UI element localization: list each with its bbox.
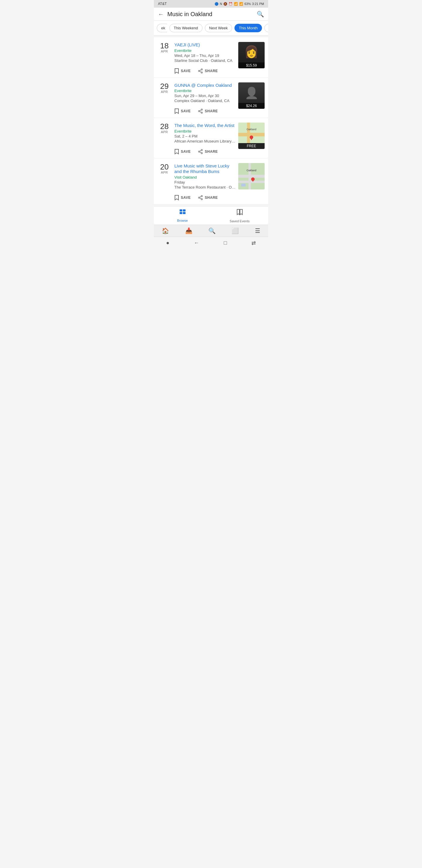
silent-icon: 🔕 xyxy=(223,2,227,6)
bookmark-icon-music-word xyxy=(174,149,179,155)
save-button-steve-lucky[interactable]: SAVE xyxy=(174,195,191,200)
share-button-music-word[interactable]: SHARE xyxy=(198,149,218,154)
event-month-steve-lucky: APR xyxy=(157,170,171,174)
wifi-icon: 📶 xyxy=(234,2,238,6)
event-title-music-word[interactable]: The Music, the Word, the Artist xyxy=(174,123,236,128)
search-browser-button[interactable]: 🔍 xyxy=(208,227,216,234)
event-title-steve-lucky[interactable]: Live Music with Steve Lucky and the Rhum… xyxy=(174,163,236,175)
notifications-button[interactable]: 📥 xyxy=(185,227,193,234)
save-button-yaeji[interactable]: SAVE xyxy=(174,68,191,74)
search-button[interactable]: 🔍 xyxy=(257,10,264,18)
map-preview-steve-lucky: Oakland xyxy=(238,163,265,189)
event-image-gunna[interactable]: $24.26 xyxy=(238,83,265,109)
svg-rect-35 xyxy=(183,209,186,211)
event-price-music-word: FREE xyxy=(238,143,265,149)
share-label-gunna: SHARE xyxy=(205,109,218,113)
event-source-yaeji: Eventbrite xyxy=(174,49,236,53)
svg-point-1 xyxy=(198,70,200,71)
svg-point-0 xyxy=(201,69,202,70)
event-day-music-word: 28 xyxy=(157,123,171,130)
save-button-gunna[interactable]: SAVE xyxy=(174,108,191,114)
save-label-yaeji: SAVE xyxy=(181,69,191,73)
event-month-yaeji: APR xyxy=(157,50,171,53)
carrier-label: AT&T xyxy=(158,2,167,6)
browser-nav: 🏠 📥 🔍 ⬜ ☰ xyxy=(154,225,268,237)
bookmark-icon-yaeji xyxy=(174,68,179,74)
browse-grid-icon xyxy=(179,209,186,216)
filter-tab-this-weekend[interactable]: This Weekend xyxy=(169,24,202,32)
svg-line-13 xyxy=(200,152,201,153)
event-item-gunna[interactable]: 29 APR GUNNA @ Complex Oakland Eventbrit… xyxy=(154,78,268,118)
svg-point-11 xyxy=(198,151,200,152)
save-button-music-word[interactable]: SAVE xyxy=(174,149,191,155)
save-label-gunna: SAVE xyxy=(181,109,191,113)
android-recents-button[interactable]: ⇄ xyxy=(252,240,256,246)
share-icon-yaeji xyxy=(198,68,203,73)
event-item-steve-lucky[interactable]: 20 APR Live Music with Steve Lucky and t… xyxy=(154,158,268,205)
svg-point-22 xyxy=(198,197,200,198)
tabs-button[interactable]: ⬜ xyxy=(231,227,239,234)
bluetooth-icon: 🔵 xyxy=(215,2,219,6)
time-label: 3:21 PM xyxy=(252,2,264,6)
tab-saved-events[interactable]: Saved Events xyxy=(211,209,268,223)
svg-rect-34 xyxy=(180,209,182,211)
share-button-steve-lucky[interactable]: SHARE xyxy=(198,195,218,200)
event-price-gunna: $24.26 xyxy=(238,103,265,109)
event-price-yaeji: $15.59 xyxy=(238,62,265,68)
event-actions-gunna: SAVE SHARE xyxy=(174,106,236,118)
svg-point-6 xyxy=(198,111,200,112)
event-venue-steve-lucky: The Terrace Room Restaurant · Oakland… xyxy=(174,185,236,189)
event-image-steve-lucky[interactable]: Oakland xyxy=(238,163,265,189)
event-source-music-word: Eventbrite xyxy=(174,129,236,133)
events-list: 18 APR YAEJI (LIVE) Eventbrite Wed, Apr … xyxy=(154,37,268,205)
bottom-tabs: Browse Saved Events xyxy=(154,206,268,225)
status-icons: 🔵 N 🔕 ⏰ 📶 📶 63% 3:21 PM xyxy=(215,2,264,6)
share-icon-music-word xyxy=(198,149,203,154)
filter-tab-next-month[interactable]: Next Month xyxy=(264,24,268,32)
event-title-yaeji[interactable]: YAEJI (LIVE) xyxy=(174,42,236,48)
svg-text:Oakland: Oakland xyxy=(247,169,256,172)
browse-tab-label: Browse xyxy=(177,219,188,222)
share-button-gunna[interactable]: SHARE xyxy=(198,108,218,114)
back-button[interactable]: ← xyxy=(158,11,164,18)
network-icon: N xyxy=(220,2,222,6)
filter-tab-next-week[interactable]: Next Week xyxy=(205,24,232,32)
event-source-gunna: Eventbrite xyxy=(174,89,236,93)
menu-button[interactable]: ☰ xyxy=(255,227,260,234)
svg-line-9 xyxy=(200,110,201,111)
android-home-button[interactable]: □ xyxy=(224,240,227,246)
event-venue-gunna: Complex Oakland · Oakland, CA xyxy=(174,98,236,103)
event-time-steve-lucky: Friday xyxy=(174,180,236,184)
svg-rect-36 xyxy=(180,212,182,214)
event-date-yaeji: 18 APR xyxy=(157,42,171,53)
event-item-music-word[interactable]: 28 APR The Music, the Word, the Artist E… xyxy=(154,118,268,158)
svg-text:Oakland: Oakland xyxy=(247,128,256,131)
event-image-music-word[interactable]: Oakland FREE xyxy=(238,123,265,149)
event-content-steve-lucky: Live Music with Steve Lucky and the Rhum… xyxy=(174,163,236,204)
event-item-yaeji[interactable]: 18 APR YAEJI (LIVE) Eventbrite Wed, Apr … xyxy=(154,37,268,78)
bookmark-icon-steve-lucky xyxy=(174,195,179,200)
bookmark-icon-gunna xyxy=(174,108,179,114)
event-image-yaeji[interactable]: $15.59 xyxy=(238,42,265,68)
event-time-music-word: Sat, 2 – 4 PM xyxy=(174,134,236,138)
share-icon-gunna xyxy=(198,108,203,114)
svg-point-7 xyxy=(201,112,202,114)
svg-rect-27 xyxy=(238,175,265,178)
svg-line-14 xyxy=(200,150,201,151)
android-dot-button[interactable]: ● xyxy=(166,240,169,246)
save-label-music-word: SAVE xyxy=(181,150,191,154)
svg-rect-37 xyxy=(183,212,186,214)
tab-browse[interactable]: Browse xyxy=(154,209,211,223)
map-svg-steve-lucky: Oakland xyxy=(238,163,265,189)
share-label-yaeji: SHARE xyxy=(205,69,218,73)
svg-line-25 xyxy=(200,196,201,197)
event-venue-music-word: African American Museum Library At O… xyxy=(174,139,236,144)
android-back-button[interactable]: ← xyxy=(194,240,199,246)
share-button-yaeji[interactable]: SHARE xyxy=(198,68,218,73)
home-button[interactable]: 🏠 xyxy=(162,227,169,234)
event-source-steve-lucky: Visit Oakland xyxy=(174,175,236,180)
map-preview-music-word: Oakland FREE xyxy=(238,123,265,149)
filter-tab-this-month[interactable]: This Month xyxy=(234,24,262,32)
event-title-gunna[interactable]: GUNNA @ Complex Oakland xyxy=(174,83,236,88)
filter-tab-week-partial[interactable]: ek xyxy=(157,24,167,32)
